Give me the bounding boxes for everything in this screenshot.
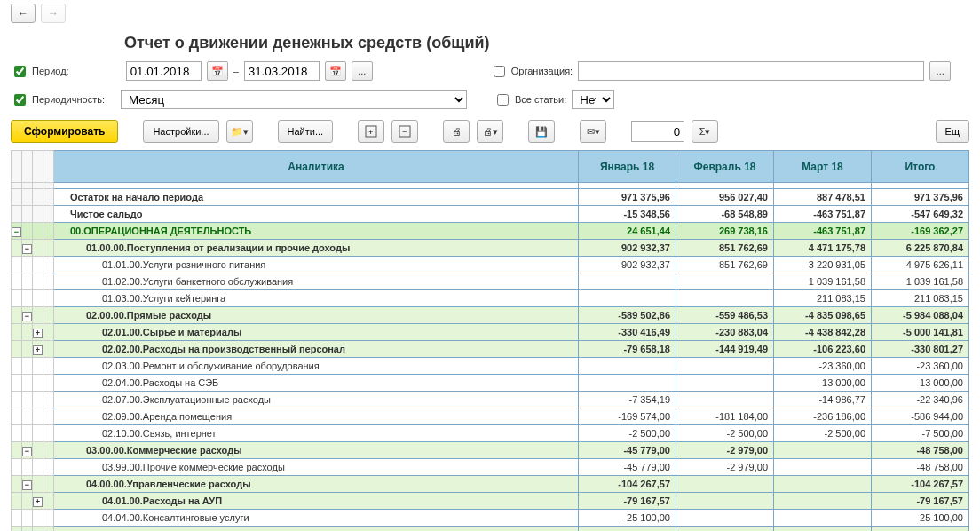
- table-row[interactable]: Чистое сальдо-15 348,56-68 548,89-463 75…: [12, 206, 969, 223]
- folder-icon[interactable]: 📁▾: [226, 120, 253, 143]
- table-row[interactable]: −01.00.00.Поступления от реализации и пр…: [12, 240, 969, 257]
- analytic-cell: 03.00.00.Коммерческие расходы: [54, 442, 579, 459]
- value-cell: -181 184,00: [676, 408, 774, 425]
- table-row[interactable]: +02.01.00.Сырье и материалы-330 416,49-2…: [12, 324, 969, 341]
- value-cell: -4 438 842,28: [774, 324, 872, 341]
- all-articles-checkbox[interactable]: Все статьи:: [494, 91, 566, 108]
- table-row[interactable]: −03.00.00.Коммерческие расходы-45 779,00…: [12, 442, 969, 459]
- value-cell: [676, 476, 774, 493]
- org-input[interactable]: [578, 61, 924, 81]
- calendar-icon[interactable]: 📅: [325, 61, 346, 81]
- value-cell: -138 731,50: [579, 527, 676, 532]
- page-title: Отчет о движении денежных средств (общий…: [0, 27, 980, 56]
- collapse-toggle[interactable]: −: [22, 244, 32, 254]
- value-cell: -68 548,89: [676, 206, 774, 223]
- table-row[interactable]: 03.99.00.Прочие коммерческие расходы-45 …: [12, 459, 969, 476]
- calendar-icon[interactable]: 📅: [207, 61, 228, 81]
- value-cell: [774, 459, 872, 476]
- table-row[interactable]: −00.ОПЕРАЦИОННАЯ ДЕЯТЕЛЬНОСТЬ24 651,4426…: [12, 223, 969, 240]
- analytic-cell: 02.03.00.Ремонт и обслуживание оборудова…: [54, 358, 579, 375]
- table-row[interactable]: −04.00.00.Управленческие расходы-104 267…: [12, 476, 969, 493]
- analytic-cell: Остаток на начало периода: [54, 189, 579, 206]
- date-to-input[interactable]: [244, 61, 320, 81]
- number-input[interactable]: [631, 121, 684, 142]
- value-cell: -2 500,00: [774, 425, 872, 442]
- table-row[interactable]: +05.00.00.Прочие доходы и расходы-138 73…: [12, 527, 969, 532]
- table-row[interactable]: 02.09.00.Аренда помещения-169 574,00-181…: [12, 408, 969, 425]
- col-jan: Январь 18: [579, 151, 676, 183]
- value-cell: -144 919,49: [676, 341, 774, 358]
- value-cell: -45 779,00: [579, 442, 676, 459]
- table-row[interactable]: +02.02.00.Расходы на производственный пе…: [12, 341, 969, 358]
- value-cell: [676, 290, 774, 307]
- analytic-cell: 02.10.00.Связь, интернет: [54, 425, 579, 442]
- value-cell: -559 486,53: [676, 307, 774, 324]
- collapse-toggle[interactable]: −: [12, 227, 21, 237]
- org-checkbox[interactable]: Организация:: [490, 63, 573, 80]
- collapse-toggle[interactable]: −: [22, 312, 32, 321]
- all-articles-select[interactable]: Нет: [572, 90, 614, 109]
- table-row[interactable]: +04.01.00.Расходы на АУП-79 167,57-79 16…: [12, 493, 969, 510]
- analytic-cell: 04.04.00.Консалтинговые услуги: [54, 510, 579, 527]
- value-cell: -5 000 141,81: [872, 324, 969, 341]
- value-cell: -169 362,27: [872, 223, 969, 240]
- periodicity-checkbox[interactable]: Периодичность:: [11, 91, 105, 108]
- nav-forward-button[interactable]: →: [41, 4, 66, 23]
- collapse-icon[interactable]: −: [391, 120, 418, 143]
- col-feb: Февраль 18: [676, 151, 774, 183]
- settings-button[interactable]: Настройки...: [143, 120, 218, 143]
- table-row[interactable]: 01.03.00.Услуги кейтеринга211 083,15211 …: [12, 290, 969, 307]
- expand-toggle[interactable]: +: [33, 497, 43, 507]
- table-row[interactable]: 02.04.00.Расходы на СЭБ-13 000,00-13 000…: [12, 375, 969, 392]
- table-row[interactable]: 04.04.00.Консалтинговые услуги-25 100,00…: [12, 510, 969, 527]
- value-cell: [774, 476, 872, 493]
- value-cell: [774, 442, 872, 459]
- value-cell: -2 979,00: [676, 459, 774, 476]
- expand-toggle[interactable]: +: [33, 345, 43, 355]
- value-cell: [676, 375, 774, 392]
- value-cell: [774, 493, 872, 510]
- value-cell: -79 167,57: [579, 493, 676, 510]
- analytic-cell: 02.09.00.Аренда помещения: [54, 408, 579, 425]
- expand-icon[interactable]: +: [358, 120, 384, 143]
- periodicity-select[interactable]: Месяц: [121, 90, 467, 109]
- expand-toggle[interactable]: +: [33, 329, 43, 338]
- collapse-toggle[interactable]: −: [22, 480, 32, 490]
- value-cell: -106 223,60: [774, 341, 872, 358]
- date-dash: –: [233, 66, 239, 76]
- date-from-input[interactable]: [126, 61, 202, 81]
- table-row[interactable]: −02.00.00.Прямые расходы-589 502,86-559 …: [12, 307, 969, 324]
- analytic-cell: 05.00.00.Прочие доходы и расходы: [54, 527, 579, 532]
- print-icon[interactable]: 🖨: [443, 120, 470, 143]
- org-more-button[interactable]: ...: [929, 61, 951, 81]
- table-row[interactable]: 01.02.00.Услуги банкетного обслуживания1…: [12, 273, 969, 290]
- svg-text:−: −: [402, 127, 407, 136]
- sigma-icon[interactable]: Σ▾: [692, 120, 718, 143]
- value-cell: 902 932,37: [579, 240, 676, 257]
- table-row[interactable]: 02.03.00.Ремонт и обслуживание оборудова…: [12, 358, 969, 375]
- analytic-cell: 02.07.00.Эксплуатационные расходы: [54, 392, 579, 408]
- print-dropdown-icon[interactable]: 🖨▾: [477, 120, 503, 143]
- value-cell: -7 354,19: [579, 392, 676, 408]
- period-checkbox[interactable]: Период:: [11, 63, 69, 80]
- analytic-cell: 02.02.00.Расходы на производственный пер…: [54, 341, 579, 358]
- value-cell: 1 039 161,58: [774, 273, 872, 290]
- period-more-button[interactable]: ...: [352, 61, 373, 81]
- table-row[interactable]: Остаток на начало периода971 375,96956 0…: [12, 189, 969, 206]
- value-cell: 6 225 870,84: [872, 240, 969, 257]
- generate-button[interactable]: Сформировать: [11, 120, 118, 143]
- mail-icon[interactable]: ✉▾: [580, 120, 606, 143]
- find-button[interactable]: Найти...: [278, 120, 334, 143]
- more-button[interactable]: Ещ: [936, 120, 969, 143]
- table-row[interactable]: 02.10.00.Связь, интернет-2 500,00-2 500,…: [12, 425, 969, 442]
- table-row[interactable]: 01.01.00.Услуги розничного питания902 93…: [12, 257, 969, 273]
- collapse-toggle[interactable]: −: [22, 447, 32, 456]
- value-cell: [676, 510, 774, 527]
- table-row[interactable]: 02.07.00.Эксплуатационные расходы-7 354,…: [12, 392, 969, 408]
- periodicity-label: Периодичность:: [32, 94, 105, 105]
- nav-back-button[interactable]: ←: [11, 4, 36, 23]
- value-cell: 851 762,69: [676, 240, 774, 257]
- value-cell: -547 649,32: [872, 206, 969, 223]
- save-icon[interactable]: 💾: [528, 120, 555, 143]
- value-cell: -79 658,18: [579, 341, 676, 358]
